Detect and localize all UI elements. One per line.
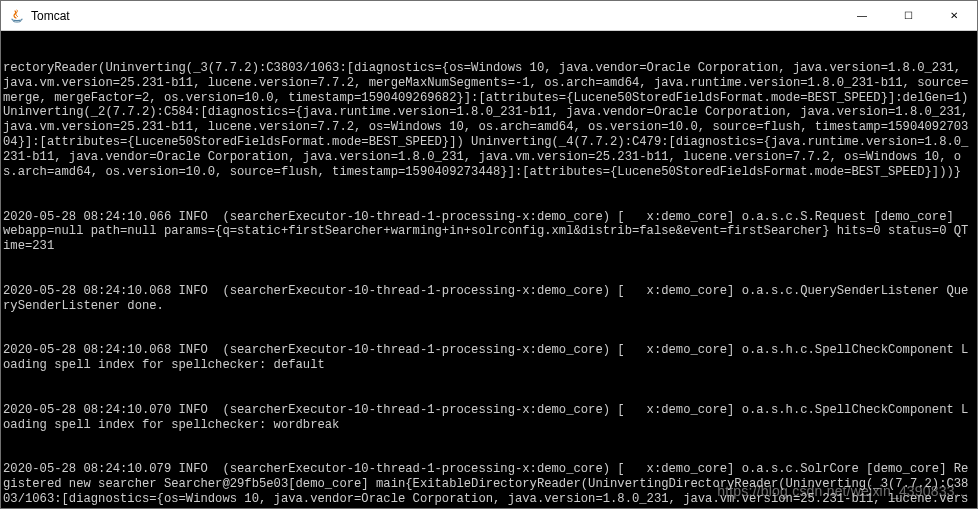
titlebar[interactable]: Tomcat — ☐ ✕ — [1, 1, 977, 31]
log-line: rectoryReader(Uninverting(_3(7.7.2):C380… — [3, 61, 975, 180]
log-line: 2020-05-28 08:24:10.066 INFO (searcherEx… — [3, 210, 975, 255]
maximize-button[interactable]: ☐ — [885, 1, 931, 30]
log-line: 2020-05-28 08:24:10.068 INFO (searcherEx… — [3, 343, 975, 373]
watermark-text: https://blog.csdn.net/weixin_4390833… — [717, 483, 969, 500]
console-output[interactable]: rectoryReader(Uninverting(_3(7.7.2):C380… — [1, 31, 977, 508]
log-line: 2020-05-28 08:24:10.070 INFO (searcherEx… — [3, 403, 975, 433]
close-button[interactable]: ✕ — [931, 1, 977, 30]
window-controls: — ☐ ✕ — [839, 1, 977, 30]
window-frame: Tomcat — ☐ ✕ rectoryReader(Uninverting(_… — [0, 0, 978, 509]
minimize-button[interactable]: — — [839, 1, 885, 30]
window-title: Tomcat — [31, 9, 70, 23]
titlebar-left: Tomcat — [1, 8, 70, 24]
java-icon — [9, 8, 25, 24]
log-line: 2020-05-28 08:24:10.068 INFO (searcherEx… — [3, 284, 975, 314]
